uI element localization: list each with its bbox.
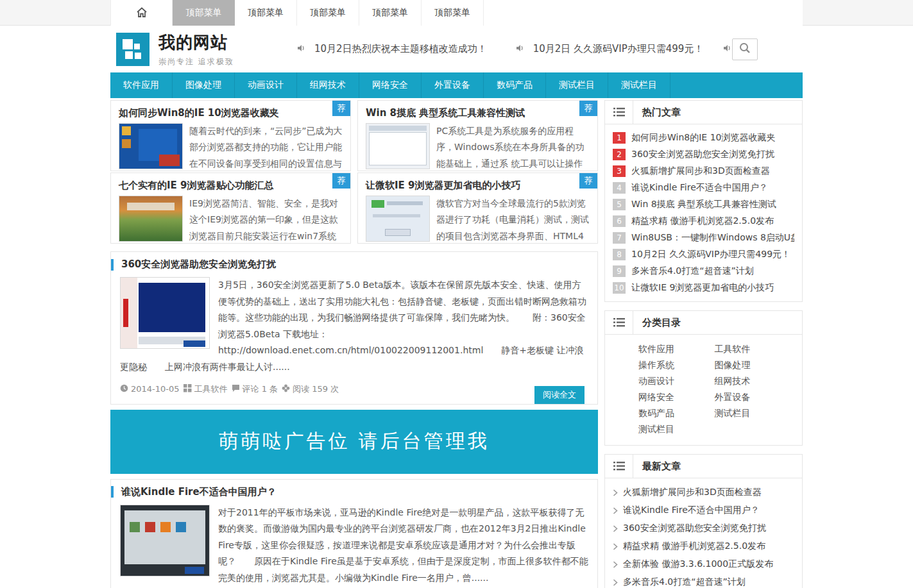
- site-title: 我的网站: [158, 31, 234, 54]
- category-icon: [183, 384, 192, 394]
- read-more-button[interactable]: 阅读全文: [534, 386, 584, 404]
- search-button[interactable]: [732, 38, 758, 60]
- recommend-badge: 荐: [332, 173, 350, 189]
- site-logo[interactable]: 我的网站 崇尚专注 追求极致: [110, 31, 296, 67]
- hot-article-item[interactable]: 7Win8USB：一键制作Windows 8启动U盘: [611, 230, 796, 246]
- top-menu-item-4[interactable]: 顶部菜单: [359, 0, 422, 26]
- nav-item-digital[interactable]: 数码产品: [484, 72, 546, 98]
- title-accent-bar: [111, 486, 114, 498]
- hot-article-link: 谁说Kindle Fire不适合中国用户？: [631, 182, 768, 194]
- featured-excerpt: 随着云时代的到来，“云同步”已成为大部分浏览器都支持的功能，它让用户能在不同设备…: [189, 123, 343, 171]
- featured-title[interactable]: Win 8摸底 典型系统工具兼容性测试: [366, 107, 590, 119]
- category-link[interactable]: 图像处理: [715, 358, 791, 372]
- chevron-right-icon: [613, 576, 618, 588]
- latest-article-link: 全新体验 傲游3.3.6.1000正式版发布: [623, 559, 773, 570]
- featured-card[interactable]: 荐 Win 8摸底 典型系统工具兼容性测试 PC系统工具是为系统服务的应用程序，…: [357, 100, 598, 171]
- top-menu-item-5[interactable]: 顶部菜单: [422, 0, 484, 26]
- nav-item-security[interactable]: 网络安全: [359, 72, 422, 98]
- nav-item-test1[interactable]: 测试栏目: [546, 72, 608, 98]
- chevron-right-icon: [613, 487, 618, 499]
- list-icon: [605, 455, 633, 478]
- article-title[interactable]: 谁说Kindle Fire不适合中国用户？: [121, 486, 277, 498]
- latest-article-link: 多米音乐4.0打造“超音速”计划: [623, 576, 746, 588]
- category-box-title: 分类目录: [642, 317, 681, 329]
- nav-item-test2[interactable]: 测试栏目: [608, 72, 670, 98]
- latest-article-item[interactable]: 精益求精 傲游手机浏览器2.5.0发布: [613, 537, 794, 555]
- category-link[interactable]: 测试栏目: [715, 407, 791, 420]
- category-link[interactable]: 软件应用: [638, 342, 715, 356]
- nav-item-animation[interactable]: 动画设计: [235, 72, 297, 98]
- hot-article-item[interactable]: 3火狐新增扩展同步和3D页面检查器: [611, 163, 796, 180]
- article-comments[interactable]: 评论 1 条: [243, 383, 278, 395]
- article-list: 荐 如何同步Win8的IE 10浏览器收藏夹 随着云时代的到来，“云同步”已成为…: [110, 100, 598, 588]
- recommend-badge: 荐: [579, 101, 597, 116]
- article-card: 360安全浏览器助您安全浏览免打扰 3月5日，360安全浏览器更新了5.0 Be…: [110, 251, 598, 405]
- latest-article-item[interactable]: 多米音乐4.0打造“超音速”计划: [613, 573, 794, 588]
- announcement-text-1[interactable]: 10月2日热烈庆祝本主题移植改造成功！: [314, 43, 487, 55]
- article-thumbnail: [119, 123, 183, 169]
- hot-article-item[interactable]: 10让微软IE 9浏览器更加省电的小技巧: [611, 280, 796, 296]
- home-button[interactable]: [110, 0, 173, 26]
- featured-card[interactable]: 荐 七个实有的IE 9浏览器贴心功能汇总 IE9浏览器简洁、智能、安全，是我对这…: [110, 172, 351, 244]
- category-link[interactable]: 网络安全: [638, 391, 715, 404]
- featured-title[interactable]: 七个实有的IE 9浏览器贴心功能汇总: [119, 180, 343, 192]
- rank-badge: 9: [613, 265, 626, 277]
- category-box: 分类目录 软件应用 工具软件 操作系统 图像处理 动画设计 组网技术 网络安全 …: [604, 310, 803, 446]
- hot-article-item[interactable]: 5Win 8摸底 典型系统工具兼容性测试: [611, 196, 796, 213]
- hot-article-item[interactable]: 810月2日 久久源码VIP办理只需499元！: [611, 246, 796, 263]
- featured-title[interactable]: 让微软IE 9浏览器更加省电的小技巧: [366, 180, 590, 192]
- featured-card[interactable]: 荐 让微软IE 9浏览器更加省电的小技巧 微软官方对当今全球最流行的5款浏览器进…: [357, 172, 598, 244]
- latest-articles-title: 最新文章: [642, 460, 681, 473]
- category-link[interactable]: 动画设计: [638, 374, 715, 388]
- announcement-text-2[interactable]: 10月2日 久久源码VIP办理只需499元！: [533, 43, 704, 55]
- hot-article-item[interactable]: 1如何同步Win8的IE 10浏览器收藏夹: [611, 130, 796, 146]
- hot-article-item[interactable]: 4谁说Kindle Fire不适合中国用户？: [611, 180, 796, 196]
- sidebar: 热门文章 1如何同步Win8的IE 10浏览器收藏夹 2360安全浏览器助您安全…: [604, 100, 803, 588]
- latest-article-item[interactable]: 360安全浏览器助您安全浏览免打扰: [613, 519, 794, 537]
- chevron-right-icon: [613, 523, 618, 535]
- home-icon: [135, 6, 148, 21]
- latest-article-link: 360安全浏览器助您安全浏览免打扰: [623, 523, 766, 534]
- category-link[interactable]: 组网技术: [715, 374, 791, 388]
- list-icon: [605, 311, 633, 335]
- site-header: 我的网站 崇尚专注 追求极致 10月2日热烈庆祝本主题移植改造成功！ 10月2日…: [110, 26, 803, 72]
- nav-item-network[interactable]: 组网技术: [297, 72, 359, 98]
- rank-badge: 7: [613, 232, 626, 244]
- article-title[interactable]: 360安全浏览器助您安全浏览免打扰: [121, 258, 276, 271]
- hot-article-link: 让微软IE 9浏览器更加省电的小技巧: [631, 282, 774, 294]
- latest-article-item[interactable]: 谁说Kindle Fire不适合中国用户？: [613, 501, 794, 519]
- rank-badge: 4: [613, 182, 626, 194]
- top-menu-item-1[interactable]: 顶部菜单: [173, 0, 235, 26]
- nav-item-software[interactable]: 软件应用: [110, 72, 173, 98]
- latest-article-item[interactable]: 火狐新增扩展同步和3D页面检查器: [613, 483, 794, 501]
- views-icon: [282, 384, 290, 394]
- top-menu-item-3[interactable]: 顶部菜单: [297, 0, 359, 26]
- top-menu-item-2[interactable]: 顶部菜单: [235, 0, 297, 26]
- article-thumbnail: [119, 196, 183, 242]
- category-link[interactable]: 外置设备: [715, 391, 791, 404]
- nav-item-devices[interactable]: 外置设备: [422, 72, 484, 98]
- speaker-icon: [296, 44, 305, 55]
- rank-badge: 2: [613, 149, 626, 160]
- hot-article-item[interactable]: 2360安全浏览器助您安全浏览免打扰: [611, 146, 796, 163]
- ad-banner[interactable]: 萌萌哒广告位 请后台管理我: [110, 410, 598, 474]
- category-link[interactable]: 操作系统: [638, 358, 715, 372]
- hot-article-link: 精益求精 傲游手机浏览器2.5.0发布: [631, 215, 774, 227]
- announcement-bar: 10月2日热烈庆祝本主题移植改造成功！ 10月2日 久久源码VIP办理只需499…: [296, 43, 732, 55]
- article-category[interactable]: 工具软件: [194, 383, 228, 395]
- article-card: 谁说Kindle Fire不适合中国用户？ 对于2011年的平板市场来说，亚马逊…: [110, 479, 598, 588]
- category-link[interactable]: 数码产品: [638, 407, 715, 420]
- article-thumbnail: [366, 196, 430, 242]
- hot-article-item[interactable]: 9多米音乐4.0打造“超音速”计划: [611, 263, 796, 280]
- category-link[interactable]: 测试栏目: [638, 423, 715, 436]
- featured-card[interactable]: 荐 如何同步Win8的IE 10浏览器收藏夹 随着云时代的到来，“云同步”已成为…: [110, 100, 351, 171]
- nav-item-image[interactable]: 图像处理: [173, 72, 235, 98]
- article-thumbnail: [120, 277, 210, 349]
- featured-title[interactable]: 如何同步Win8的IE 10浏览器收藏夹: [119, 107, 343, 119]
- hot-article-link: Win 8摸底 典型系统工具兼容性测试: [631, 199, 776, 210]
- latest-article-item[interactable]: 全新体验 傲游3.3.6.1000正式版发布: [613, 555, 794, 573]
- hot-article-item[interactable]: 6精益求精 傲游手机浏览器2.5.0发布: [611, 213, 796, 230]
- featured-excerpt: IE9浏览器简洁、智能、安全，是我对这个IE9浏览器的第一印象，但是这款浏览器目…: [189, 196, 343, 244]
- logo-icon: [116, 33, 149, 66]
- category-link[interactable]: 工具软件: [715, 342, 791, 356]
